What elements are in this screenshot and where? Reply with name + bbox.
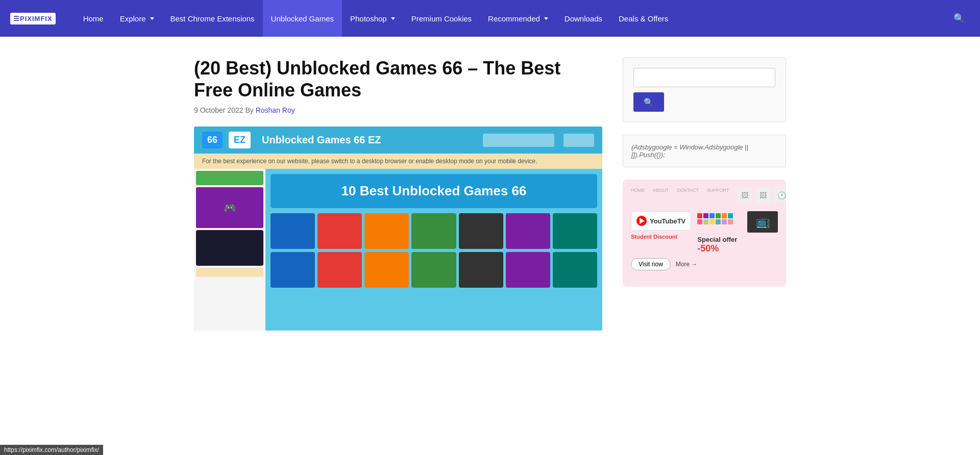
game-header: 66 EZ Unblocked Games 66 EZ (194, 127, 602, 154)
featured-image: 66 EZ Unblocked Games 66 EZ For the best… (194, 127, 602, 331)
game-thumb-13 (506, 252, 550, 288)
sidebar-label (196, 268, 263, 277)
promo-right: 📺 Special offer -50% (697, 211, 778, 254)
nav-link-chrome-extensions[interactable]: Best Chrome Extensions (162, 0, 263, 37)
article-meta: 9 October 2022 By Roshan Roy (194, 106, 602, 114)
main-content: (20 Best) Unblocked Games 66 – The Best … (194, 57, 602, 331)
game-thumb-4 (411, 213, 456, 249)
nav-item-home: Home (75, 0, 112, 37)
promo-more-link[interactable]: More → (676, 261, 698, 268)
promo-clock-icon: 🕐 (774, 188, 786, 203)
game-grid-row1 (271, 213, 597, 249)
game-banner: 10 Best Unblocked Games 66 (271, 174, 597, 208)
promo-tv-icon: 📺 (747, 211, 778, 233)
search-icon: 🔍 (644, 97, 654, 107)
nav-item-photoshop: Photoshop (342, 0, 403, 37)
navbar: ☰ PIXIMFIX Home Explore Best Chrome Exte… (0, 0, 980, 37)
game-thumb-12 (459, 252, 503, 288)
nav-link-premium-cookies[interactable]: Premium Cookies (403, 0, 480, 37)
nav-item-unblocked-games: Unblocked Games (263, 0, 342, 37)
promo-student-discount: Student Discount (631, 234, 691, 240)
game-search-bar (483, 134, 554, 147)
game-thumb-8 (271, 252, 315, 288)
promo-special-offer-text: Special offer -50% (697, 236, 778, 254)
nav-item-premium-cookies: Premium Cookies (403, 0, 480, 37)
search-input[interactable] (633, 68, 775, 87)
game-thumb-11 (411, 252, 456, 288)
sidebar-featured-btn (196, 171, 263, 185)
sidebar-search-box: 🔍 (623, 57, 786, 122)
game-body: 🎮 10 Best Unblocked Games 66 (194, 169, 602, 331)
game-logo-66: 66 (202, 132, 223, 148)
game-thumb-9 (317, 252, 362, 288)
promo-mini-nav: HOME ABOUT CONTACT SUPPORT 🖼 🖼 🕐 (631, 188, 778, 203)
chevron-down-icon (544, 17, 548, 20)
game-thumb-1 (271, 213, 315, 249)
nav-item-recommended: Recommended (480, 0, 556, 37)
author-prefix: By (245, 106, 253, 114)
game-thumb-5 (459, 213, 503, 249)
promo-frame-icon1: 🖼 (737, 188, 752, 203)
sidebar-ads-placeholder: (Adsbygoogle = Window.Adsbygoogle || [])… (623, 135, 786, 167)
search-icon[interactable]: 🔍 (948, 13, 970, 24)
game-thumb-6 (506, 213, 550, 249)
game-main-content: 10 Best Unblocked Games 66 (265, 169, 602, 331)
nav-link-unblocked-games[interactable]: Unblocked Games (263, 0, 342, 37)
game-notification-bar: For the best experience on our website, … (194, 154, 602, 169)
game-sidebar-left: 🎮 (194, 169, 265, 331)
nav-link-downloads[interactable]: Downloads (556, 0, 610, 37)
play-icon (640, 218, 645, 224)
promo-youtube-tv-logo: YouTubeTV (631, 211, 691, 231)
search-button[interactable]: 🔍 (633, 92, 664, 112)
article-date: 9 October 2022 (194, 106, 243, 114)
nav-item-explore: Explore (112, 0, 162, 37)
sidebar: 🔍 (Adsbygoogle = Window.Adsbygoogle || [… (623, 57, 786, 331)
article-title: (20 Best) Unblocked Games 66 – The Best … (194, 57, 602, 101)
nav-item-deals-offers: Deals & Offers (610, 0, 676, 37)
nav-menu: Home Explore Best Chrome Extensions Unbl… (75, 0, 948, 37)
promo-bottom: Visit now More → (631, 258, 778, 270)
game-grid-row2 (271, 252, 597, 288)
promo-color-palette (697, 211, 733, 224)
nav-link-home[interactable]: Home (75, 0, 112, 37)
page-wrapper: (20 Best) Unblocked Games 66 – The Best … (184, 37, 796, 351)
chevron-down-icon (391, 17, 395, 20)
site-logo[interactable]: ☰ PIXIMFIX (10, 13, 60, 24)
author-link[interactable]: Roshan Roy (256, 106, 295, 114)
game-thumb-3 (364, 213, 409, 249)
youtube-icon (636, 216, 647, 226)
game-search-btn (564, 134, 594, 147)
promo-frame-icon2: 🖼 (755, 188, 771, 203)
game-logo-ez: EZ (229, 132, 251, 148)
promo-content: YouTubeTV Student Discount (631, 211, 778, 254)
nav-link-explore[interactable]: Explore (112, 0, 162, 37)
nav-link-photoshop[interactable]: Photoshop (342, 0, 403, 37)
game-thumb-7 (553, 213, 597, 249)
nav-link-recommended[interactable]: Recommended (480, 0, 556, 37)
chevron-down-icon (150, 17, 154, 20)
game-site-title: Unblocked Games 66 EZ (262, 134, 381, 146)
nav-link-deals-offers[interactable]: Deals & Offers (610, 0, 676, 37)
game-screenshot: 66 EZ Unblocked Games 66 EZ For the best… (194, 127, 602, 331)
game-thumb-14 (553, 252, 597, 288)
sidebar-featured-game: 🎮 (196, 187, 263, 228)
promo-left: YouTubeTV Student Discount (631, 211, 691, 240)
sidebar-promo-banner: HOME ABOUT CONTACT SUPPORT 🖼 🖼 🕐 (623, 180, 786, 287)
nav-item-downloads: Downloads (556, 0, 610, 37)
game-thumb-2 (317, 213, 362, 249)
sidebar-game-thumb (196, 230, 263, 266)
game-thumb-10 (364, 252, 409, 288)
promo-visit-button[interactable]: Visit now (631, 258, 671, 270)
nav-item-chrome-extensions: Best Chrome Extensions (162, 0, 263, 37)
logo-icon: ☰ PIXIMFIX (10, 13, 56, 24)
